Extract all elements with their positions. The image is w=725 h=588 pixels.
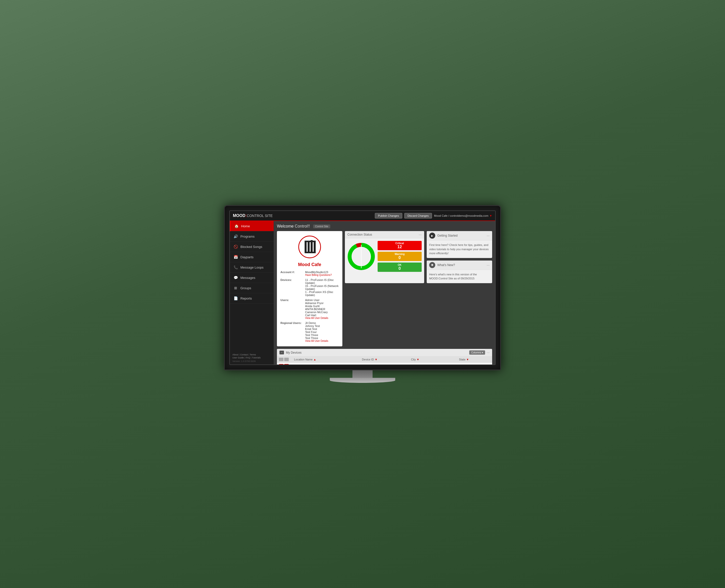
svg-rect-8 (305, 240, 316, 242)
sidebar-item-messages[interactable]: 💬 Messages (230, 273, 274, 283)
account-header (277, 231, 343, 233)
top-bar: MOOD:CONTROL SITE Publish Changes Discar… (230, 211, 495, 221)
users-label: Users: (281, 298, 303, 301)
col-device-id[interactable]: Device ID ▼ (360, 356, 409, 363)
connection-status-title: Connection Status (347, 233, 372, 236)
whats-new-title: What's New? (437, 263, 455, 267)
regional-4: Test Four (305, 331, 328, 334)
svg-rect-9 (305, 252, 316, 253)
devices-label: Devices: (281, 278, 303, 281)
sidebar-item-home[interactable]: 🏠 Home (230, 221, 274, 231)
terms-link[interactable]: Terms (250, 353, 256, 356)
view-users-link[interactable]: View All User Details (305, 317, 328, 319)
table-header-row: Location Name ▲ Device ID ▼ (277, 356, 492, 363)
screen-inner: MOOD:CONTROL SITE Publish Changes Discar… (229, 210, 496, 365)
devices-value: 11 - ProFusion IS (Disc Update) 15 - Pro… (305, 278, 339, 296)
welcome-name: Control!! (295, 224, 310, 228)
sidebar-item-message-loops[interactable]: 📞 Message Loops (230, 262, 274, 273)
sidebar-item-reports[interactable]: 📄 Reports (230, 293, 274, 303)
svg-rect-7 (314, 241, 316, 253)
device-icon-red: ✖ (279, 364, 284, 364)
user-dropdown-arrow: ▼ (489, 214, 492, 217)
devices-tbody: ✖✖Avalon Bay DEMO227095WashingtonDC✖✖Ava… (277, 363, 492, 365)
groups-icon: ⊞ (233, 286, 238, 290)
welcome-text: Welcome (277, 224, 293, 228)
svg-rect-4 (305, 240, 307, 253)
account-widget: Mood Cafe Account #: MoodMyStudio123 Hav… (277, 231, 343, 346)
top-bar-actions: Publish Changes Discard Changes Mood Caf… (375, 213, 492, 218)
devices-collapse-btn[interactable]: − (279, 351, 284, 354)
sidebar: 🏠 Home 🔊 Programs 🚫 Blocked Songs 📅 Dayp… (230, 221, 274, 364)
account-number-value: MoodMyStudio123 Have Billing Questions? (305, 271, 332, 276)
getting-started-menu[interactable]: ··· (486, 234, 490, 238)
whats-new-menu[interactable]: ··· (486, 263, 490, 267)
discard-button[interactable]: Discard Changes (404, 213, 432, 218)
regional-5: Test Three (305, 334, 328, 337)
reports-icon: 📄 (233, 296, 238, 300)
blocked-songs-icon: 🚫 (233, 245, 238, 249)
whats-new-widget: ✱ What's New? ··· Here's what's new in t… (427, 260, 492, 283)
sidebar-item-dayparts-label: Dayparts (241, 255, 253, 259)
getting-started-text: First time here? Check here for tips, gu… (429, 243, 490, 255)
message-loops-icon: 📞 (233, 265, 238, 270)
contact-link[interactable]: Contact (240, 353, 248, 356)
dayparts-icon: 📅 (233, 255, 238, 259)
table-row[interactable]: ✖✖Avalon Bay DEMO227095WashingtonDC (277, 363, 492, 365)
devices-header: − My Devices Columns ▾ ··· (277, 349, 492, 356)
main-layout: 🏠 Home 🔊 Programs 🚫 Blocked Songs 📅 Dayp… (230, 221, 495, 364)
devices-row: Devices: 11 - ProFusion IS (Disc Update)… (281, 278, 339, 296)
programs-icon: 🔊 (233, 234, 238, 239)
col-location-name[interactable]: Location Name ▲ (292, 356, 360, 363)
control-site-badge: Control Site (313, 225, 330, 228)
critical-count: 12 (397, 245, 402, 249)
row-location-name: Avalon Bay DEMO (292, 363, 360, 365)
regional-2: Johnny Test (305, 324, 328, 328)
sidebar-item-blocked-songs-label: Blocked Songs (241, 245, 262, 249)
my-devices-title: My Devices (286, 351, 302, 354)
col-state[interactable]: State ▼ (457, 356, 492, 363)
sidebar-item-dayparts[interactable]: 📅 Dayparts (230, 252, 274, 262)
row-state: DC (457, 363, 492, 365)
sidebar-item-blocked-songs[interactable]: 🚫 Blocked Songs (230, 241, 274, 252)
location-name-sort: ▲ (313, 358, 316, 361)
columns-button[interactable]: Columns ▾ (469, 350, 485, 355)
sidebar-item-reports-label: Reports (241, 296, 252, 300)
view-regional-link[interactable]: View All User Details (305, 340, 328, 342)
star-button[interactable]: ✱ (429, 262, 435, 268)
sidebar-item-groups[interactable]: ⊞ Groups (230, 283, 274, 293)
account-name: Mood Cafe (277, 261, 343, 269)
logo-mood: MOOD (233, 213, 245, 218)
faq-link[interactable]: FAQ (246, 356, 250, 359)
warning-badge: Warning 0 (378, 252, 422, 261)
sidebar-item-programs[interactable]: 🔊 Programs (230, 231, 274, 241)
account-number-label: Account #: (281, 271, 303, 274)
user-info[interactable]: Mood Cafe / controldemo@moodmedia.com ▼ (434, 214, 492, 217)
getting-started-header: ▶ Getting Started ··· (427, 231, 492, 240)
user-2: Adrianne Pryor (305, 301, 328, 304)
play-button[interactable]: ▶ (429, 233, 435, 239)
my-devices-section: − My Devices Columns ▾ ··· (277, 349, 492, 364)
city-header: City (411, 358, 416, 361)
monitor-screen: MOOD:CONTROL SITE Publish Changes Discar… (224, 205, 501, 370)
account-number-row: Account #: MoodMyStudio123 Have Billing … (281, 271, 339, 276)
devices-menu[interactable]: ··· (486, 350, 490, 355)
monitor-base (330, 378, 395, 383)
sidebar-item-home-label: Home (241, 224, 250, 228)
connection-status-menu[interactable]: ··· (419, 233, 422, 237)
whats-new-body: Here's what's new in this version of the… (427, 270, 492, 283)
critical-label: Critical (380, 242, 420, 245)
user-info-text: Mood Cafe / controldemo@moodmedia.com (434, 214, 489, 217)
devices-table: Location Name ▲ Device ID ▼ (277, 356, 492, 364)
billing-link[interactable]: Have Billing Questions? (305, 274, 332, 276)
users-value: Admin User Adrianne Pryor Anida Gurlit A… (305, 298, 328, 319)
location-name-header: Location Name (294, 358, 313, 361)
publish-button[interactable]: Publish Changes (375, 213, 402, 218)
about-link[interactable]: About (232, 353, 239, 356)
row-icons: ✖✖ (277, 363, 292, 365)
col-city[interactable]: City ▼ (409, 356, 457, 363)
state-header: State (459, 358, 465, 361)
tutorials-link[interactable]: Tutorials (252, 356, 261, 359)
account-logo-circle (298, 236, 321, 258)
sidebar-item-message-loops-label: Message Loops (241, 266, 264, 269)
user-guide-link[interactable]: User Guide (232, 356, 244, 359)
